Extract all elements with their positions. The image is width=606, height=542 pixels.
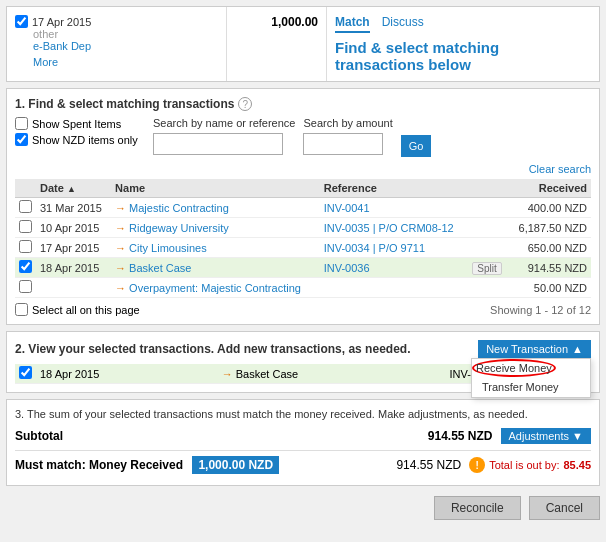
row-name[interactable]: →Overpayment: Majestic Contracting: [111, 278, 320, 298]
subtotal-amount: 914.55 NZD: [428, 429, 493, 443]
row-ref[interactable]: [320, 278, 469, 298]
row-received: 400.00 NZD: [509, 198, 591, 218]
sel-row-name[interactable]: →Basket Case: [218, 364, 446, 384]
col-name: Name: [111, 179, 320, 198]
row-received: 914.55 NZD: [509, 258, 591, 278]
row-name[interactable]: →Basket Case: [111, 258, 320, 278]
row-spent: [468, 298, 508, 300]
new-transaction-dropdown[interactable]: New Transaction ▲ Receive Money Transfer…: [478, 340, 591, 358]
adjustments-arrow-icon: ▼: [572, 430, 583, 442]
search-name-input[interactable]: [153, 133, 283, 155]
col-date[interactable]: Date ▲: [36, 179, 111, 198]
show-spent-checkbox[interactable]: [15, 117, 28, 130]
row-date: 10 Apr 2015: [36, 218, 111, 238]
total-outby-value: 85.45: [563, 459, 591, 471]
col-spent: [468, 179, 508, 198]
col-reference: Reference: [320, 179, 469, 198]
row-checkbox[interactable]: [19, 200, 32, 213]
row-date: 18 Apr 2015: [36, 258, 111, 278]
table-row[interactable]: →Overpayment: Majestic Contracting 50.00…: [15, 278, 591, 298]
table-row[interactable]: 10 Apr 2015 →Ridgeway University INV-003…: [15, 218, 591, 238]
transfer-money-item[interactable]: Transfer Money: [472, 377, 590, 397]
adjustments-button[interactable]: Adjustments ▼: [501, 428, 591, 444]
sel-row-checkbox[interactable]: [19, 366, 32, 379]
row-ref[interactable]: INV-0036: [320, 258, 469, 278]
section3-title: 3. The sum of your selected transactions…: [15, 408, 591, 420]
row-date: 31 Mar 2015: [36, 198, 111, 218]
new-transaction-label: New Transaction: [486, 343, 568, 355]
show-spent-label: Show Spent Items: [32, 118, 121, 130]
row-name[interactable]: →Majestic Contracting: [111, 198, 320, 218]
help-icon[interactable]: ?: [238, 97, 252, 111]
row-received: 650.00 NZD: [509, 238, 591, 258]
showing-text: Showing 1 - 12 of 12: [490, 304, 591, 316]
total-outby: ! Total is out by: 85.45: [469, 457, 591, 473]
row-spent: Split: [468, 258, 508, 278]
table-row[interactable]: 19 Apr 2015 →Marine Systems INV-0037 | R…: [15, 298, 591, 300]
sel-row-date: 18 Apr 2015: [36, 364, 218, 384]
tab-match[interactable]: Match: [335, 15, 370, 33]
search-amount-input[interactable]: [303, 133, 383, 155]
clear-search-link[interactable]: Clear search: [529, 163, 591, 175]
row-checkbox[interactable]: [19, 220, 32, 233]
more-link[interactable]: More: [15, 56, 218, 68]
transaction-type: other: [33, 28, 58, 40]
show-nzd-label: Show NZD items only: [32, 134, 138, 146]
row-received: 396.00 NZD: [509, 298, 591, 300]
row-date: [36, 278, 111, 298]
dropdown-arrow-icon: ▲: [572, 343, 583, 355]
row-ref[interactable]: INV-0035 | P/O CRM08-12: [320, 218, 469, 238]
row-name[interactable]: →Ridgeway University: [111, 218, 320, 238]
row-checkbox[interactable]: [19, 240, 32, 253]
tab-discuss[interactable]: Discuss: [382, 15, 424, 33]
row-date: 17 Apr 2015: [36, 238, 111, 258]
reconcile-button[interactable]: Reconcile: [434, 496, 521, 520]
row-spent: [468, 218, 508, 238]
search-name-label: Search by name or reference: [153, 117, 295, 129]
row-spent: [468, 238, 508, 258]
transaction-date: 17 Apr 2015: [32, 16, 91, 28]
row-checkbox[interactable]: [19, 260, 32, 273]
row-date: 19 Apr 2015: [36, 298, 111, 300]
cancel-button[interactable]: Cancel: [529, 496, 600, 520]
row-name[interactable]: →City Limousines: [111, 238, 320, 258]
table-row[interactable]: 17 Apr 2015 →City Limousines INV-0034 | …: [15, 238, 591, 258]
receive-money-item[interactable]: Receive Money: [472, 359, 556, 377]
total-outby-label: Total is out by:: [489, 459, 559, 471]
row-checkbox[interactable]: [19, 280, 32, 293]
mustmatch-amount: 914.55 NZD: [396, 458, 461, 472]
row-spent: [468, 198, 508, 218]
top-checkbox[interactable]: [15, 15, 28, 28]
row-name[interactable]: →Marine Systems: [111, 298, 320, 300]
new-transaction-button[interactable]: New Transaction ▲: [478, 340, 591, 358]
row-ref[interactable]: INV-0041: [320, 198, 469, 218]
find-title: Find & select matching transactions belo…: [335, 39, 591, 73]
col-received: Received: [509, 179, 591, 198]
select-all-label: Select all on this page: [32, 304, 140, 316]
mustmatch-value: 1,000.00 NZD: [192, 456, 279, 474]
select-all-checkbox[interactable]: [15, 303, 28, 316]
show-nzd-checkbox[interactable]: [15, 133, 28, 146]
table-row[interactable]: 31 Mar 2015 →Majestic Contracting INV-00…: [15, 198, 591, 218]
new-transaction-menu: Receive Money Transfer Money: [471, 358, 591, 398]
transaction-amount: 1,000.00: [271, 15, 318, 29]
row-ref[interactable]: INV-0034 | P/O 9711: [320, 238, 469, 258]
mustmatch-label: Must match: Money Received: [15, 458, 183, 472]
table-row[interactable]: 18 Apr 2015 →Basket Case INV-0036 Split …: [15, 258, 591, 278]
bank-name: e-Bank Dep: [33, 40, 91, 52]
row-ref[interactable]: INV-0037 | Ref HK815: [320, 298, 469, 300]
row-received: 50.00 NZD: [509, 278, 591, 298]
transactions-table: Date ▲ Name Reference Received 31 Mar 20…: [15, 179, 591, 299]
row-received: 6,187.50 NZD: [509, 218, 591, 238]
section1-title: 1. Find & select matching transactions: [15, 97, 234, 111]
warning-icon: !: [469, 457, 485, 473]
go-button[interactable]: Go: [401, 135, 432, 157]
row-spent: [468, 278, 508, 298]
section2-title: 2. View your selected transactions. Add …: [15, 342, 410, 356]
search-amount-label: Search by amount: [303, 117, 392, 129]
subtotal-label: Subtotal: [15, 429, 63, 443]
